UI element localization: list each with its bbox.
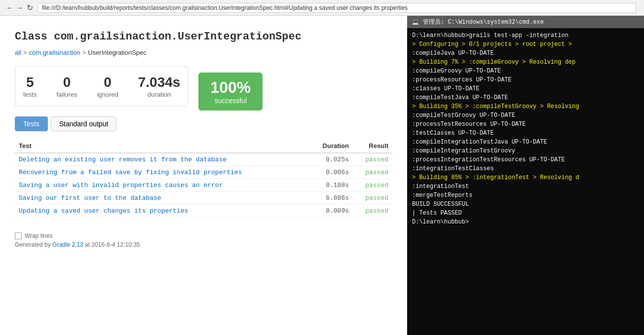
stat-ignored: 0 ignored <box>97 74 118 98</box>
terminal-line: :compileJava UP-TO-DATE <box>412 49 639 58</box>
refresh-button[interactable]: ↻ <box>25 3 35 13</box>
generated-suffix: at 2016-6-4 12:10:35 <box>83 241 140 248</box>
ignored-label: ignored <box>97 91 118 98</box>
test-result: passed <box>353 166 392 179</box>
terminal-line: > Building 85% > :integrationTest > Reso… <box>412 173 639 182</box>
terminal-line: > Building 35% > :compileTestGroovy > Re… <box>412 102 639 111</box>
failures-value: 0 <box>56 74 77 90</box>
test-name[interactable]: Recovering from a failed save by fixing … <box>15 166 309 179</box>
test-result: passed <box>353 205 392 218</box>
test-name[interactable]: Deleting an existing user removes it fro… <box>15 153 309 166</box>
test-name[interactable]: Updating a saved user changes its proper… <box>15 205 309 218</box>
terminal-body: D:\learn\hubbub>grails test-app -integra… <box>407 28 644 229</box>
terminal-line: :compileIntegrationTestGroovy <box>412 147 639 155</box>
stats-row: 5 tests 0 failures 0 ignored 7.034s dura… <box>15 66 392 116</box>
terminal-line: :compileGroovy UP-TO-DATE <box>412 67 639 75</box>
terminal-icon: 💻 <box>412 19 419 25</box>
terminal-line: :integrationTest <box>412 182 639 191</box>
address-bar[interactable]: file:///D:/learn/hubbub/build/reports/te… <box>38 3 636 13</box>
terminal-line: :compileIntegrationTestJava UP-TO-DATE <box>412 138 639 147</box>
stat-failures: 0 failures <box>56 74 77 98</box>
table-row: Recovering from a failed save by fixing … <box>15 166 392 179</box>
terminal-line: BUILD SUCCESSFUL <box>412 200 639 209</box>
test-duration: 0.009s <box>309 205 353 218</box>
terminal-line: D:\learn\hubbub> <box>412 218 639 226</box>
wrap-lines-checkbox[interactable] <box>15 232 22 239</box>
stat-duration: 7.034s duration <box>138 74 181 98</box>
duration-label: duration <box>148 91 171 98</box>
tests-label: tests <box>23 91 37 98</box>
test-duration: 0.025s <box>309 153 353 166</box>
terminal-line: :integrationTestClasses <box>412 164 639 173</box>
wrap-lines-row: Wrap lines <box>15 232 392 239</box>
tabs: Tests Standard output <box>15 116 392 131</box>
col-result: Result <box>353 139 392 153</box>
generated-prefix: Generated by <box>15 241 52 248</box>
breadcrumb-all-link[interactable]: all <box>15 49 21 56</box>
test-name[interactable]: Saving our first user to the database <box>15 192 309 205</box>
left-panel: Class com.grailsinaction.UserIntegration… <box>0 16 407 335</box>
terminal-line: :compileTestGroovy UP-TO-DATE <box>412 111 639 120</box>
generated-by: Generated by Gradle 2.13 at 2016-6-4 12:… <box>15 241 392 248</box>
breadcrumb-sep-2: > <box>82 49 86 56</box>
stat-tests: 5 tests <box>23 74 37 98</box>
terminal-line: > Building 7% > :compileGroovy > Resolvi… <box>412 58 639 67</box>
table-row: Updating a saved user changes its proper… <box>15 205 392 218</box>
terminal-line: :testClasses UP-TO-DATE <box>412 129 639 138</box>
test-duration: 0.108s <box>309 179 353 192</box>
test-duration: 0.006s <box>309 166 353 179</box>
test-result: passed <box>353 179 392 192</box>
back-button[interactable]: ← <box>5 3 15 13</box>
breadcrumb-sep-1: > <box>23 49 27 56</box>
table-row: Saving our first user to the database 6.… <box>15 192 392 205</box>
browser-chrome: ← → ↻ file:///D:/learn/hubbub/build/repo… <box>0 0 644 16</box>
terminal-line: :processIntegrationTestResources UP-TO-D… <box>412 155 639 164</box>
gradle-link[interactable]: Gradle 2.13 <box>52 241 83 248</box>
test-name[interactable]: Saving a user with invalid properties ca… <box>15 179 309 192</box>
footer: Wrap lines Generated by Gradle 2.13 at 2… <box>15 232 392 248</box>
terminal-titlebar: 💻 管理员: C:\Windows\system32\cmd.exe <box>407 16 644 28</box>
terminal-title: 管理员: C:\Windows\system32\cmd.exe <box>423 18 544 26</box>
failures-label: failures <box>56 91 77 98</box>
table-row: Deleting an existing user removes it fro… <box>15 153 392 166</box>
ignored-value: 0 <box>97 74 118 90</box>
terminal-line: > Configuring > 0/1 projects > root proj… <box>412 40 639 49</box>
terminal-line: | Tests PASSED <box>412 209 639 218</box>
success-badge: 100% successful <box>198 73 263 111</box>
success-label: successful <box>215 97 247 105</box>
page-title: Class com.grailsinaction.UserIntegration… <box>15 31 392 43</box>
table-row: Saving a user with invalid properties ca… <box>15 179 392 192</box>
terminal-line: :processResources UP-TO-DATE <box>412 75 639 84</box>
terminal-line: D:\learn\hubbub>grails test-app -integra… <box>412 31 639 40</box>
test-table: Test Duration Result Deleting an existin… <box>15 139 392 218</box>
terminal-line: :mergeTestReports <box>412 191 639 200</box>
terminal-line: :processTestResources UP-TO-DATE <box>412 120 639 129</box>
terminal-line: :compileTestJava UP-TO-DATE <box>412 93 639 102</box>
stats-box: 5 tests 0 failures 0 ignored 7.034s dura… <box>15 66 189 107</box>
col-duration: Duration <box>309 139 353 153</box>
test-duration: 6.886s <box>309 192 353 205</box>
terminal-panel: 💻 管理员: C:\Windows\system32\cmd.exe D:\le… <box>407 16 644 335</box>
test-result: passed <box>353 153 392 166</box>
forward-button[interactable]: → <box>15 3 25 13</box>
tab-tests[interactable]: Tests <box>15 116 48 131</box>
terminal-line: :classes UP-TO-DATE <box>412 84 639 93</box>
tests-value: 5 <box>23 74 37 90</box>
breadcrumb-parent-link[interactable]: com.grailsinaction <box>29 49 80 56</box>
wrap-lines-label: Wrap lines <box>25 232 52 239</box>
tab-standard-output[interactable]: Standard output <box>51 116 117 131</box>
table-header-row: Test Duration Result <box>15 139 392 153</box>
duration-value: 7.034s <box>138 74 181 90</box>
breadcrumb-current: UserIntegrationSpec <box>88 49 147 56</box>
main-layout: Class com.grailsinaction.UserIntegration… <box>0 16 644 335</box>
test-result: passed <box>353 192 392 205</box>
col-test: Test <box>15 139 309 153</box>
success-percent: 100% <box>210 78 251 97</box>
breadcrumb: all > com.grailsinaction > UserIntegrati… <box>15 49 392 56</box>
